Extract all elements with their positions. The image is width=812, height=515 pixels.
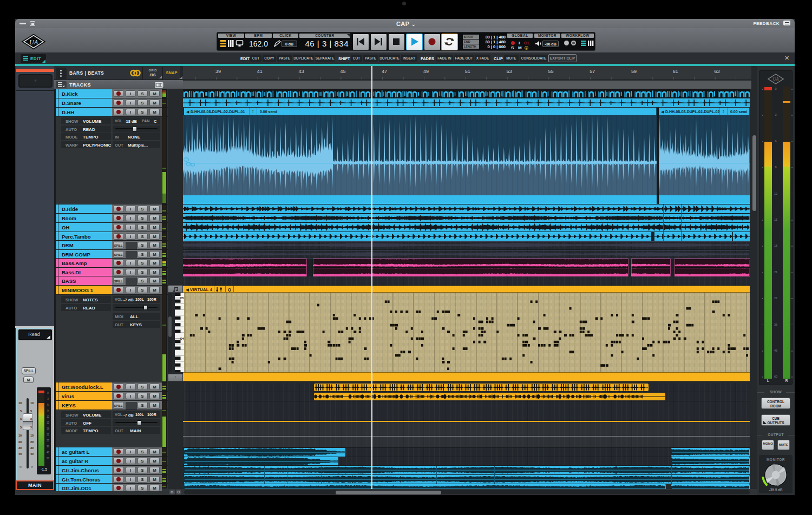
svg-text:UA: UA bbox=[29, 38, 38, 46]
svg-text:C5: C5 bbox=[180, 296, 184, 300]
svg-text:UA: UA bbox=[773, 77, 779, 82]
svg-text:C4: C4 bbox=[180, 337, 184, 340]
